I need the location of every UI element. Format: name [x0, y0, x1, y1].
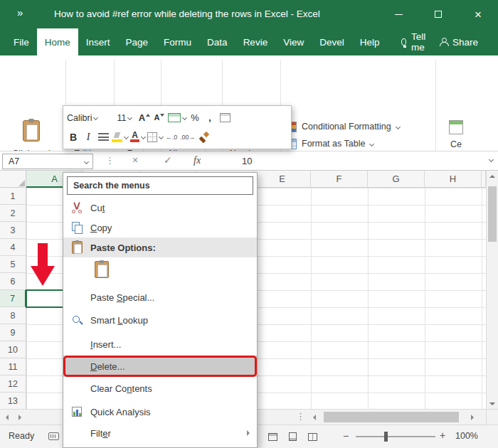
scroll-up-icon[interactable] [489, 175, 495, 178]
tell-me-label: Tell me [411, 31, 428, 53]
zoom-level-label[interactable]: 100% [455, 431, 478, 441]
maximize-button[interactable] [418, 0, 458, 28]
normal-view-button[interactable] [265, 430, 280, 444]
formula-bar-splitter-icon[interactable]: ⋮ [105, 155, 115, 166]
borders-button[interactable] [147, 129, 163, 146]
row-header-6[interactable]: 6 [0, 273, 26, 290]
column-header-E[interactable]: E [254, 171, 311, 188]
tab-review[interactable]: Revie [235, 28, 276, 55]
font-name-dropdown[interactable]: Calibri [67, 110, 111, 127]
name-box[interactable]: A7 [2, 154, 93, 169]
menu-item-quick-analysis[interactable]: Quick Analysis [63, 402, 257, 422]
menu-item-delete[interactable]: Delete... [63, 356, 257, 377]
row-header-12[interactable]: 12 [0, 375, 26, 393]
conditional-formatting-button[interactable]: Conditional Formatting [286, 118, 432, 135]
menu-item-copy[interactable]: Copy [63, 218, 257, 238]
page-layout-view-button[interactable] [285, 430, 300, 444]
row-header-11[interactable]: 11 [0, 358, 26, 375]
row-header-3[interactable]: 3 [0, 222, 26, 239]
tell-me-button[interactable]: Tell me [396, 28, 434, 55]
select-all-corner[interactable] [0, 171, 26, 188]
decrease-font-size-button[interactable]: A [153, 110, 166, 127]
row-header-5[interactable]: 5 [0, 256, 26, 273]
row-header-9[interactable]: 9 [0, 324, 26, 341]
font-color-button[interactable]: A [130, 129, 145, 146]
cancel-icon[interactable]: × [132, 155, 138, 165]
merge-center-button[interactable] [168, 110, 186, 127]
tab-file[interactable]: File [6, 28, 37, 55]
vertical-scrollbar[interactable] [486, 171, 498, 409]
row-header-2[interactable]: 2 [0, 205, 26, 222]
menu-item-paste-special[interactable]: Paste Special... [63, 287, 257, 307]
menu-item-filter[interactable]: Filter [63, 423, 257, 443]
menu-item-paste-options[interactable]: Paste Options: [63, 238, 257, 257]
zoom-slider-track[interactable] [356, 436, 435, 437]
row-header-10[interactable]: 10 [0, 341, 26, 358]
quick-access-toolbar-icon[interactable]: » [17, 6, 22, 18]
scrollbar-splitter-icon[interactable]: ⋮ [296, 411, 305, 422]
menu-item-insert[interactable]: Insert... [63, 334, 257, 354]
zoom-in-button[interactable]: + [440, 430, 445, 441]
italic-button[interactable]: I [82, 129, 95, 146]
scroll-right-icon[interactable] [471, 415, 474, 420]
zoom-slider-thumb[interactable] [384, 432, 388, 442]
row-header-1[interactable]: 1 [0, 188, 26, 205]
tab-page-layout[interactable]: Page [118, 28, 157, 55]
close-icon: × [475, 9, 482, 21]
paste-option-button[interactable] [63, 257, 257, 282]
tab-data[interactable]: Data [199, 28, 235, 55]
sheet-scroll-right-icon[interactable] [18, 415, 21, 420]
row-header-13[interactable]: 13 [0, 393, 26, 410]
font-color-icon: A [130, 132, 139, 142]
tab-formulas[interactable]: Formu [156, 28, 199, 55]
decrease-decimal-button[interactable]: .00→ [180, 129, 196, 146]
sheet-scroll-left-icon[interactable] [6, 415, 9, 420]
format-painter-button[interactable] [198, 129, 211, 146]
row-header-8[interactable]: 8 [0, 307, 26, 324]
align-button[interactable] [97, 129, 110, 146]
horizontal-scrollbar-thumb[interactable] [324, 412, 459, 422]
window-controls: × [378, 0, 498, 28]
minimize-button[interactable] [378, 0, 418, 28]
enter-check-icon[interactable]: ✓ [164, 155, 172, 165]
share-button[interactable]: Share [434, 28, 484, 55]
percent-style-button[interactable]: % [189, 110, 201, 127]
tab-view[interactable]: View [275, 28, 312, 55]
page-break-view-button[interactable] [304, 430, 320, 444]
increase-decimal-button[interactable]: ←.0 [165, 129, 178, 146]
tab-developer[interactable]: Devel [312, 28, 352, 55]
context-menu-search[interactable] [67, 176, 253, 195]
row-header-4[interactable]: 4 [0, 239, 26, 256]
paste-button[interactable] [13, 115, 50, 146]
tab-insert[interactable]: Insert [78, 28, 118, 55]
cells-group-button[interactable] [447, 118, 465, 137]
formula-bar-value[interactable]: 10 [242, 156, 252, 166]
vertical-scrollbar-thumb[interactable] [488, 186, 497, 242]
comma-style-button[interactable]: , [203, 110, 216, 127]
search-input[interactable] [68, 177, 253, 194]
format-as-table-button[interactable]: Format as Table [286, 135, 432, 152]
insert-function-icon[interactable]: fx [194, 155, 201, 166]
fill-color-button[interactable] [112, 129, 128, 146]
scroll-down-icon[interactable] [489, 402, 495, 405]
expand-formula-bar-icon[interactable] [489, 157, 494, 162]
menu-item-cut[interactable]: Cut [63, 198, 257, 218]
increase-font-size-button[interactable]: A [138, 110, 151, 127]
close-button[interactable]: × [458, 0, 498, 28]
tab-help[interactable]: Help [352, 28, 388, 55]
format-table-button[interactable] [218, 110, 231, 127]
macro-record-icon[interactable] [48, 432, 59, 440]
column-header-H[interactable]: H [425, 171, 482, 188]
column-header-F[interactable]: F [311, 171, 368, 188]
menu-item-smart-lookup[interactable]: Smart Lookup [63, 310, 257, 330]
font-size-dropdown[interactable]: 11 [113, 110, 136, 127]
menu-item-clear-contents[interactable]: Clear Contents [63, 378, 257, 398]
menu-item-label: Cut [90, 203, 250, 213]
bold-button[interactable]: B [67, 129, 80, 146]
scroll-left-icon[interactable] [313, 415, 316, 420]
chevron-down-icon[interactable] [84, 159, 89, 164]
tab-home[interactable]: Home [37, 28, 78, 55]
column-header-G[interactable]: G [368, 171, 425, 188]
zoom-out-button[interactable]: − [343, 430, 349, 442]
row-header-7[interactable]: 7 [0, 290, 26, 307]
